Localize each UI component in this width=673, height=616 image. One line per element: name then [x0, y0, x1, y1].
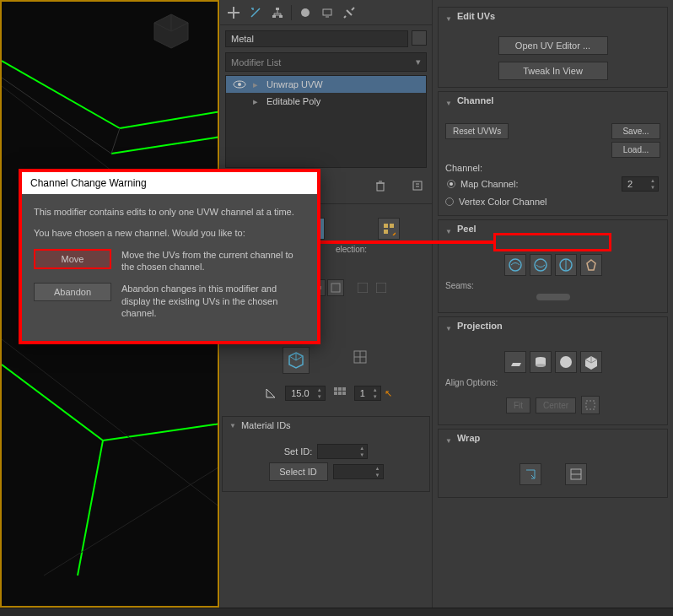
fit-button[interactable]: Fit: [506, 397, 530, 413]
visibility-placeholder: [231, 95, 248, 107]
peel-icon-2[interactable]: [530, 254, 552, 276]
map-channel-label: Map Channel:: [460, 179, 519, 189]
create-tab-icon[interactable]: [225, 4, 242, 21]
load-button[interactable]: Load...: [611, 142, 660, 158]
map-channel-spinner[interactable]: 2 ▲▼: [622, 176, 659, 192]
spinner-up-icon[interactable]: ▲: [373, 465, 383, 472]
abandon-description: Abandon changes in this modifier and dis…: [121, 283, 305, 319]
red-connector-line: [319, 240, 494, 244]
map-channel-row[interactable]: Map Channel: 2 ▲▼: [445, 173, 660, 195]
svg-line-7: [111, 137, 219, 154]
modifier-list-label: Modifier List: [231, 57, 281, 68]
delete-modifier-icon[interactable]: [371, 176, 390, 195]
projection-header[interactable]: Projection: [439, 317, 667, 339]
dialog-title: Channel Change Warning: [22, 172, 317, 194]
utilities-tab-icon[interactable]: [341, 4, 358, 21]
edit-uvs-header[interactable]: Edit UVs: [439, 8, 667, 30]
expand-arrow-icon[interactable]: ▸: [253, 96, 261, 107]
save-button[interactable]: Save...: [611, 123, 660, 139]
box-proj-icon[interactable]: [580, 351, 602, 373]
stack-item-label: Unwrap UVW: [267, 79, 323, 89]
display-tab-icon[interactable]: [319, 4, 336, 21]
seams-scrollbar[interactable]: [536, 294, 570, 300]
open-uv-editor-button[interactable]: Open UV Editor ...: [498, 36, 608, 55]
stack-item-editable-poly[interactable]: ▸ Editable Poly: [226, 93, 426, 110]
svg-line-12: [2, 339, 219, 508]
grid-tool-icon[interactable]: [329, 382, 351, 404]
material-ids-panel: Material IDs Set ID: ▲▼ Select ID ▲▼: [222, 416, 430, 492]
extra-sel-icon[interactable]: [354, 279, 371, 296]
spinner-up-icon[interactable]: ▲: [370, 386, 380, 393]
svg-line-6: [2, 78, 111, 154]
move-button[interactable]: Move: [34, 249, 111, 269]
wrap-panel: Wrap: [438, 429, 668, 498]
svg-point-71: [560, 356, 572, 368]
vertex-color-row[interactable]: Vertex Color Channel: [445, 195, 660, 208]
peel-icon-3[interactable]: [555, 254, 577, 276]
extra-sel-icon2[interactable]: [373, 279, 390, 296]
svg-line-13: [44, 466, 219, 575]
peel-panel: Peel Seams:: [438, 219, 668, 313]
map-channel-radio[interactable]: [447, 180, 455, 188]
modifier-list-dropdown[interactable]: Modifier List ▾: [225, 52, 427, 72]
hierarchy-tab-icon[interactable]: [269, 4, 286, 21]
expand-arrow-icon[interactable]: ▸: [253, 79, 261, 90]
abandon-button[interactable]: Abandon: [34, 283, 111, 301]
loop-icon[interactable]: [327, 279, 344, 296]
visibility-icon[interactable]: [231, 78, 248, 90]
vertex-color-radio[interactable]: [445, 197, 454, 206]
svg-rect-48: [358, 283, 368, 293]
select-id-button[interactable]: Select ID: [269, 462, 328, 481]
peel-header[interactable]: Peel: [439, 220, 667, 242]
peel-icon-1[interactable]: [504, 254, 526, 276]
planar-proj-icon[interactable]: [504, 351, 526, 373]
svg-line-52: [289, 356, 296, 360]
center-button[interactable]: Center: [536, 397, 576, 413]
spinner-down-icon[interactable]: ▼: [648, 184, 658, 191]
angle-spinner[interactable]: 15.0 ▲▼: [285, 386, 325, 401]
spinner-up-icon[interactable]: ▲: [648, 177, 658, 184]
spherical-proj-icon[interactable]: [555, 351, 577, 373]
angle-value: 15.0: [286, 386, 314, 400]
count-spinner[interactable]: 1 ▲▼: [354, 386, 381, 401]
select-id-spinner[interactable]: ▲▼: [333, 464, 384, 479]
configure-sets-icon[interactable]: [408, 176, 427, 195]
align-extra-icon[interactable]: [581, 396, 600, 414]
cursor-hint-icon: ↖: [385, 388, 392, 399]
cylindrical-proj-icon[interactable]: [530, 351, 552, 373]
material-ids-header[interactable]: Material IDs: [223, 417, 429, 434]
modifier-stack[interactable]: ▸ Unwrap UVW ▸ Editable Poly: [225, 75, 427, 168]
count-value: 1: [355, 386, 370, 400]
spinner-down-icon[interactable]: ▼: [370, 393, 380, 400]
command-panel-tabs: [220, 0, 432, 25]
spinner-down-icon[interactable]: ▼: [315, 393, 325, 400]
selection-element-icon[interactable]: [378, 218, 400, 240]
svg-rect-47: [331, 284, 340, 292]
spinner-down-icon[interactable]: ▼: [373, 472, 383, 478]
stack-item-unwrap[interactable]: ▸ Unwrap UVW: [226, 76, 426, 93]
svg-rect-57: [334, 387, 337, 391]
set-id-spinner[interactable]: ▲▼: [317, 444, 368, 459]
uv-cube-icon[interactable]: [283, 347, 310, 374]
channel-header[interactable]: Channel: [439, 92, 667, 114]
pelt-icon[interactable]: [580, 254, 602, 276]
stack-item-label: Editable Poly: [267, 96, 320, 106]
modify-tab-icon[interactable]: [247, 4, 264, 21]
align-options-label: Align Options:: [445, 378, 660, 387]
spinner-up-icon[interactable]: ▲: [315, 386, 325, 393]
spinner-down-icon[interactable]: ▼: [357, 451, 367, 458]
object-color-swatch[interactable]: [412, 30, 427, 46]
spinner-up-icon[interactable]: ▲: [357, 445, 367, 451]
tweak-in-view-button[interactable]: Tweak In View: [498, 62, 608, 80]
reset-uvws-button[interactable]: Reset UVWs: [445, 123, 509, 139]
wrap-icon-1[interactable]: [520, 463, 541, 485]
uv-grid-icon[interactable]: [350, 347, 370, 367]
object-name-field[interactable]: [225, 30, 408, 47]
svg-rect-33: [413, 181, 422, 190]
move-description: Move the UVs from the current channel to…: [121, 249, 305, 273]
motion-tab-icon[interactable]: [297, 4, 314, 21]
chevron-down-icon: ▾: [416, 57, 421, 68]
wrap-icon-2[interactable]: [565, 463, 587, 485]
angle-icon[interactable]: [260, 382, 282, 404]
wrap-header[interactable]: Wrap: [439, 430, 667, 451]
